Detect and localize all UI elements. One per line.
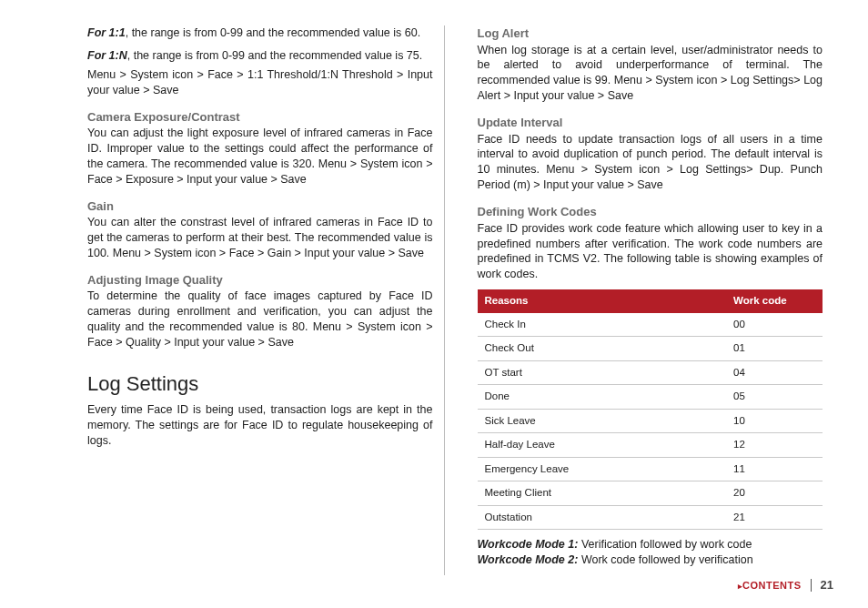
page-footer: CONTENTS 21: [738, 578, 833, 592]
left-column: For 1:1, the range is from 0-99 and the …: [87, 25, 445, 575]
cell-code: 04: [726, 360, 823, 385]
path-threshold: Menu > System icon > Face > 1:1 Threshol…: [87, 67, 433, 98]
cell-code: 05: [726, 385, 823, 410]
para-exposure: You can adjust the light exposure level …: [87, 126, 433, 187]
para-workcode-modes: Workcode Mode 1: Verification followed b…: [478, 537, 823, 568]
cell-reason: Sick Leave: [478, 409, 727, 433]
table-row: Check Out01: [478, 337, 823, 361]
text-for-1-1: , the range is from 0-99 and the recomme…: [126, 26, 421, 39]
cell-reason: Check In: [478, 313, 727, 337]
table-header-row: Reasons Work code: [478, 289, 823, 313]
th-work-code: Work code: [726, 289, 823, 313]
heading-work-codes: Defining Work Codes: [478, 204, 823, 220]
th-reasons: Reasons: [478, 289, 727, 313]
para-log-alert: When log storage is at a certain level, …: [478, 43, 823, 105]
heading-update-interval: Update Interval: [478, 115, 823, 131]
contents-link[interactable]: CONTENTS: [738, 580, 802, 591]
cell-reason: Emergency Leave: [478, 457, 727, 481]
label-for-1-1: For 1:1: [87, 26, 126, 39]
para-update-interval: Face ID needs to update transaction logs…: [478, 132, 823, 194]
cell-code: 11: [726, 457, 823, 481]
cell-code: 01: [726, 337, 823, 361]
table-row: Emergency Leave11: [478, 457, 823, 481]
heading-exposure: Camera Exposure/Contrast: [87, 109, 433, 126]
cell-reason: Done: [478, 385, 727, 410]
label-for-1-n: For 1:N: [87, 49, 127, 62]
cell-reason: Half-day Leave: [478, 433, 727, 458]
page-number: 21: [821, 578, 833, 592]
label-mode-1: Workcode Mode 1:: [478, 538, 579, 551]
cell-code: 10: [726, 409, 823, 433]
heading-gain: Gain: [87, 198, 433, 215]
text-for-1-n: , the range is from 0-99 and the recomme…: [127, 49, 423, 62]
table-row: Sick Leave10: [478, 409, 823, 433]
cell-code: 20: [726, 481, 823, 506]
cell-code: 12: [726, 433, 823, 458]
cell-reason: Check Out: [478, 337, 727, 361]
heading-quality: Adjusting Image Quality: [87, 272, 433, 289]
table-row: Outstation21: [478, 505, 823, 530]
heading-log-alert: Log Alert: [478, 25, 823, 42]
page-body: For 1:1, the range is from 0-99 and the …: [0, 0, 868, 608]
para-for-1-1: For 1:1, the range is from 0-99 and the …: [87, 25, 433, 41]
para-for-1-n: For 1:N, the range is from 0-99 and the …: [87, 48, 433, 64]
text-mode-2: Work code followed by verification: [578, 553, 752, 566]
text-mode-1: Verification followed by work code: [578, 538, 752, 551]
table-row: Half-day Leave12: [478, 433, 823, 458]
table-row: OT start04: [478, 360, 823, 385]
para-log-settings: Every time Face ID is being used, transa…: [87, 402, 433, 449]
work-code-table: Reasons Work code Check In00Check Out01O…: [478, 289, 823, 530]
cell-reason: Outstation: [478, 505, 727, 530]
para-work-codes: Face ID provides work code feature which…: [478, 221, 823, 283]
para-gain: You can alter the constrast level of inf…: [87, 215, 433, 261]
heading-log-settings: Log Settings: [87, 370, 433, 398]
cell-reason: Meeting Client: [478, 481, 727, 506]
table-row: Meeting Client20: [478, 481, 823, 506]
table-row: Done05: [478, 385, 823, 410]
cell-code: 00: [726, 313, 823, 337]
label-mode-2: Workcode Mode 2:: [478, 553, 579, 566]
cell-code: 21: [726, 505, 823, 530]
cell-reason: OT start: [478, 360, 727, 385]
footer-divider: [811, 579, 812, 592]
right-column: Log Alert When log storage is at a certa…: [474, 25, 823, 575]
table-row: Check In00: [478, 313, 823, 337]
para-quality: To determine the quality of face images …: [87, 289, 433, 350]
